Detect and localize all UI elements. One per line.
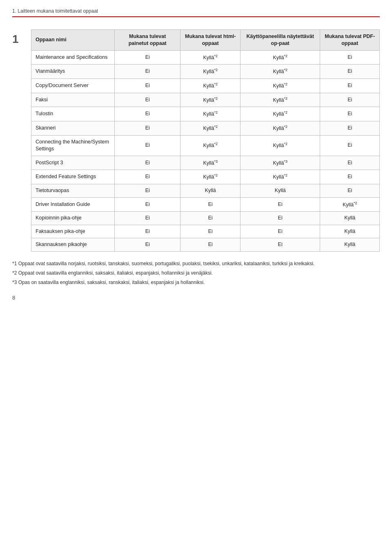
cell-value: Ei xyxy=(320,50,380,65)
table-row: TulostinEiKyllä*2Kyllä*2Ei xyxy=(31,107,380,121)
cell-value: Ei xyxy=(180,212,241,225)
table-row: Driver Installation GuideEiEiEiKyllä*2 xyxy=(31,197,380,212)
table-row: SkanneriEiKyllä*2Kyllä*2Ei xyxy=(31,121,380,136)
col-header-html: Mukana tulevat html-oppaat xyxy=(180,30,241,51)
cell-value: Kyllä*2 xyxy=(240,50,320,65)
footnote: *2 Oppaat ovat saatavilla englanniksi, s… xyxy=(12,269,380,277)
cell-value: Ei xyxy=(240,212,320,225)
cell-value: Ei xyxy=(114,238,180,252)
cell-value: Ei xyxy=(320,121,380,136)
cell-name: Extended Feature Settings xyxy=(31,170,115,184)
cell-value: Kyllä*2 xyxy=(180,50,241,65)
cell-value: Ei xyxy=(240,225,320,238)
table-row: Connecting the Machine/System SettingsEi… xyxy=(31,135,380,156)
cell-value: Ei xyxy=(320,79,380,93)
cell-value: Kyllä xyxy=(240,184,320,198)
cell-value: Ei xyxy=(320,93,380,107)
cell-value: Ei xyxy=(320,156,380,170)
cell-value: Ei xyxy=(114,107,180,121)
cell-value: Kyllä*2 xyxy=(180,107,241,121)
cell-name: Faksi xyxy=(31,93,115,107)
cell-value: Kyllä*2 xyxy=(240,107,320,121)
cell-value: Kyllä*3 xyxy=(180,156,241,170)
col-header-pdf: Mukana tulevat PDF-oppaat xyxy=(320,30,380,51)
footnotes: *1 Oppaat ovat saatavilla norjaksi, ruot… xyxy=(12,260,380,287)
cell-name: PostScript 3 xyxy=(31,156,115,170)
cell-name: Copy/Document Server xyxy=(31,79,115,93)
table-row: FaksiEiKyllä*2Kyllä*2Ei xyxy=(31,93,380,107)
table-row: Maintenance and SpecificationsEiKyllä*2K… xyxy=(31,50,380,65)
table-row: Skannauksen pikaohjeEiEiEiKyllä xyxy=(31,238,380,252)
page-number: 8 xyxy=(12,295,380,301)
cell-value: Ei xyxy=(114,225,180,238)
cell-value: Ei xyxy=(180,225,241,238)
cell-name: Tulostin xyxy=(31,107,115,121)
col-header-printed: Mukana tulevat painetut oppaat xyxy=(114,30,180,51)
table-row: Extended Feature SettingsEiKyllä*2Kyllä*… xyxy=(31,170,380,184)
cell-value: Kyllä*2 xyxy=(240,65,320,79)
cell-value: Kyllä*2 xyxy=(180,135,241,156)
cell-value: Ei xyxy=(114,156,180,170)
cell-name: Faksauksen pika-ohje xyxy=(31,225,115,238)
cell-value: Kyllä*2 xyxy=(180,170,241,184)
cell-value: Ei xyxy=(320,107,380,121)
table-row: Faksauksen pika-ohjeEiEiEiKyllä xyxy=(31,225,380,238)
cell-value: Kyllä xyxy=(320,238,380,252)
table-row: Copy/Document ServerEiKyllä*2Kyllä*2Ei xyxy=(31,79,380,93)
cell-value: Ei xyxy=(180,197,241,212)
footnote: *3 Opas on saatavilla englanniksi, saksa… xyxy=(12,279,380,286)
cell-value: Ei xyxy=(240,197,320,212)
cell-value: Kyllä*2 xyxy=(240,170,320,184)
cell-value: Kyllä xyxy=(180,184,241,198)
col-header-panel: Käyttöpaneelilla näytettävät op-paat xyxy=(240,30,320,51)
cell-value: Ei xyxy=(114,184,180,198)
page-header: 1. Laitteen mukana toimitettavat oppaat xyxy=(12,8,380,17)
cell-name: Skannauksen pikaohje xyxy=(31,238,115,252)
cell-value: Kyllä*2 xyxy=(180,93,241,107)
cell-name: Kopioinnin pika-ohje xyxy=(31,212,115,225)
cell-name: Vianmääritys xyxy=(31,65,115,79)
cell-name: Maintenance and Specifications xyxy=(31,50,115,65)
cell-value: Ei xyxy=(114,135,180,156)
table-row: TietoturvaopasEiKylläKylläEi xyxy=(31,184,380,198)
cell-name: Connecting the Machine/System Settings xyxy=(31,135,115,156)
cell-value: Ei xyxy=(114,170,180,184)
cell-value: Ei xyxy=(114,212,180,225)
page-layout: 1 Oppaan nimi Mukana tulevat painetut op… xyxy=(12,29,380,252)
cell-value: Ei xyxy=(114,50,180,65)
cell-value: Ei xyxy=(240,238,320,252)
cell-value: Kyllä*2 xyxy=(320,197,380,212)
cell-value: Ei xyxy=(320,184,380,198)
table-header-row: Oppaan nimi Mukana tulevat painetut oppa… xyxy=(31,30,380,51)
cell-value: Kyllä*2 xyxy=(240,79,320,93)
col-header-name: Oppaan nimi xyxy=(31,30,115,51)
cell-value: Ei xyxy=(320,135,380,156)
cell-value: Ei xyxy=(114,79,180,93)
cell-value: Kyllä*3 xyxy=(240,156,320,170)
cell-name: Skanneri xyxy=(31,121,115,136)
cell-value: Ei xyxy=(114,197,180,212)
table-row: PostScript 3EiKyllä*3Kyllä*3Ei xyxy=(31,156,380,170)
cell-value: Kyllä*2 xyxy=(180,65,241,79)
cell-value: Ei xyxy=(320,170,380,184)
cell-value: Kyllä xyxy=(320,225,380,238)
cell-value: Ei xyxy=(180,238,241,252)
cell-value: Kyllä*2 xyxy=(180,79,241,93)
cell-name: Driver Installation Guide xyxy=(31,197,115,212)
cell-value: Kyllä*2 xyxy=(180,121,241,136)
table-row: Kopioinnin pika-ohjeEiEiEiKyllä xyxy=(31,212,380,225)
cell-name: Tietoturvaopas xyxy=(31,184,115,198)
chapter-number: 1 xyxy=(12,29,27,252)
table-row: VianmääritysEiKyllä*2Kyllä*2Ei xyxy=(31,65,380,79)
table-wrapper: Oppaan nimi Mukana tulevat painetut oppa… xyxy=(31,29,380,252)
cell-value: Kyllä*2 xyxy=(240,93,320,107)
cell-value: Kyllä*2 xyxy=(240,121,320,136)
cell-value: Kyllä xyxy=(320,212,380,225)
main-table: Oppaan nimi Mukana tulevat painetut oppa… xyxy=(31,29,380,252)
header-title: 1. Laitteen mukana toimitettavat oppaat xyxy=(12,8,98,14)
cell-value: Kyllä*2 xyxy=(240,135,320,156)
cell-value: Ei xyxy=(320,65,380,79)
cell-value: Ei xyxy=(114,93,180,107)
cell-value: Ei xyxy=(114,65,180,79)
footnote: *1 Oppaat ovat saatavilla norjaksi, ruot… xyxy=(12,260,380,268)
